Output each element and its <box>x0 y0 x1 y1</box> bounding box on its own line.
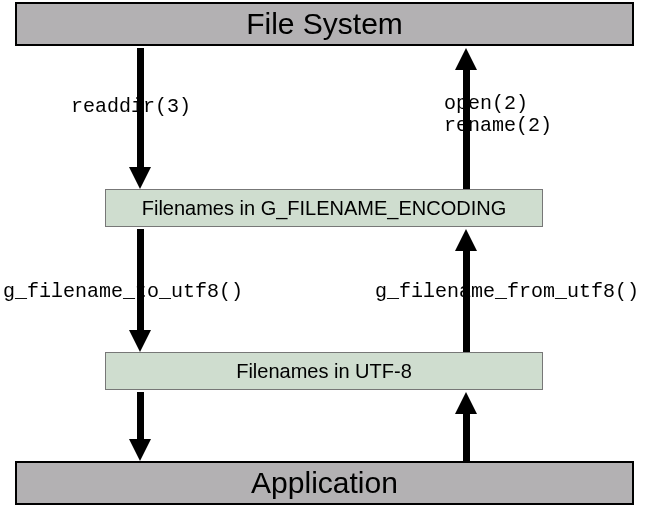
arrow-right-2-head <box>455 229 477 251</box>
open-label: open(2) <box>444 92 528 115</box>
file-system-label: File System <box>246 7 403 41</box>
arrow-left-1 <box>137 48 144 167</box>
application-box: Application <box>15 461 634 505</box>
utf8-label: Filenames in UTF-8 <box>236 360 412 383</box>
arrow-left-3-head <box>129 439 151 461</box>
rename-label: rename(2) <box>444 114 552 137</box>
file-system-box: File System <box>15 2 634 46</box>
to-utf8-label: g_filename_to_utf8() <box>3 280 243 303</box>
arrow-left-2 <box>137 229 144 330</box>
arrow-left-1-head <box>129 167 151 189</box>
application-label: Application <box>251 466 398 500</box>
arrow-right-3-head <box>455 392 477 414</box>
filename-encoding-box: Filenames in G_FILENAME_ENCODING <box>105 189 543 227</box>
arrow-right-2 <box>463 251 470 352</box>
arrow-right-1 <box>463 70 470 189</box>
arrow-left-3 <box>137 392 144 439</box>
filename-encoding-label: Filenames in G_FILENAME_ENCODING <box>142 197 507 220</box>
arrow-right-1-head <box>455 48 477 70</box>
readdir-label: readdir(3) <box>71 95 191 118</box>
arrow-left-2-head <box>129 330 151 352</box>
arrow-right-3 <box>463 414 470 461</box>
from-utf8-label: g_filename_from_utf8() <box>375 280 639 303</box>
utf8-box: Filenames in UTF-8 <box>105 352 543 390</box>
